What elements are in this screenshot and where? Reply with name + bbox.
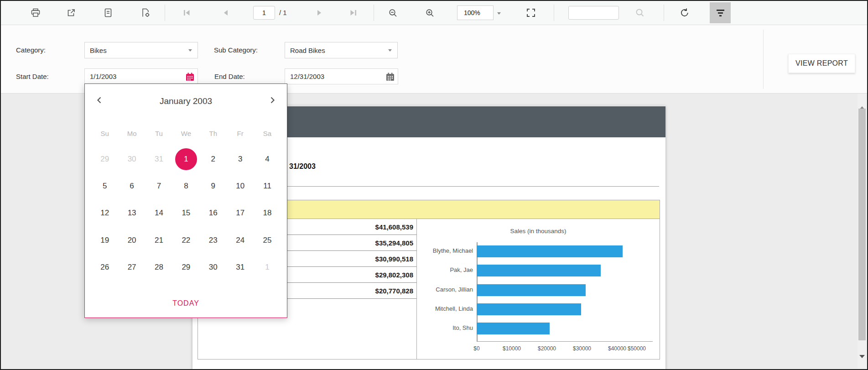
view-report-button[interactable]: VIEW REPORT [788,54,855,73]
refresh-button[interactable] [676,4,694,22]
calendar-day[interactable]: 3 [227,146,254,172]
scroll-down-button[interactable] [859,358,865,365]
next-page-icon [316,10,323,16]
category-label: Category: [16,46,46,54]
calendar-day[interactable]: 21 [146,227,172,254]
calendar-day[interactable]: 6 [118,172,145,199]
fit-to-page-button[interactable] [522,4,540,22]
toolbar-divider [554,5,554,21]
chevron-down-icon [497,12,501,15]
calendar-day[interactable]: 14 [146,200,172,227]
chart-bar [477,265,601,276]
calendar-day[interactable]: 12 [91,200,118,227]
calendar-day[interactable]: 11 [254,172,281,199]
previous-page-icon [222,10,229,16]
calendar-day[interactable]: 7 [146,172,172,199]
calendar-day-selected[interactable]: 1 [172,146,199,172]
calendar-day[interactable]: 16 [200,200,227,227]
end-date-input[interactable] [285,69,384,84]
calendar-day[interactable]: 22 [172,227,199,254]
calendar-month-title[interactable]: January 2003 [85,96,287,106]
chart-bar [477,284,586,296]
calendar-icon[interactable] [386,73,395,83]
calendar-day[interactable]: 31 [227,254,254,281]
calendar-day[interactable]: 24 [227,227,254,254]
calendar-day[interactable]: 18 [254,200,281,227]
calendar-day[interactable]: 4 [254,146,281,172]
calendar-day[interactable]: 1 [254,254,281,281]
calendar-day-header: We [172,130,199,137]
calendar-day[interactable]: 26 [91,254,118,281]
search-input[interactable] [568,6,619,20]
scrollbar-thumb[interactable] [858,109,866,340]
calendar-icon[interactable] [186,73,194,83]
calendar-day[interactable]: 10 [227,172,254,199]
toolbar: / 1 100% [0,0,868,25]
chart-category-label: Pak, Jae [417,266,473,275]
start-date-label: Start Date: [16,73,49,80]
document-gear-icon [141,8,150,17]
report-date-range-text: 31/2003 [289,162,316,171]
chart-category-label: Blythe, Michael [417,247,473,255]
today-button[interactable]: TODAY [85,299,287,307]
subcategory-label: Sub Category: [214,46,258,54]
sales-chart: Sales (in thousands) Blythe, MichaelPak,… [416,219,660,359]
subcategory-dropdown[interactable]: Road Bikes [285,42,398,58]
print-icon [31,8,41,17]
calendar-day[interactable]: 20 [118,227,145,254]
page-number-input[interactable] [253,6,275,20]
toolbar-divider [165,5,165,21]
calendar-day[interactable]: 28 [146,254,172,281]
chart-category-label: Carson, Jillian [417,286,473,294]
calendar-day[interactable]: 17 [227,200,254,227]
sales-value-cell: $30,990,518 [375,255,413,263]
calendar-day[interactable]: 8 [172,172,199,199]
start-date-input[interactable] [85,69,183,84]
calendar-day[interactable]: 15 [172,200,199,227]
calendar-day[interactable]: 23 [200,227,227,254]
calendar-day[interactable]: 13 [118,200,145,227]
chart-bar [477,323,550,334]
calendar-day[interactable]: 9 [200,172,227,199]
calendar-day[interactable]: 5 [91,172,118,199]
search-button[interactable] [631,4,649,22]
next-month-button[interactable] [268,96,276,105]
calendar-day[interactable]: 30 [118,146,145,172]
category-dropdown[interactable]: Bikes [84,42,198,58]
previous-page-button[interactable] [217,4,235,22]
chart-bar [477,245,623,257]
panel-divider [763,30,764,89]
category-value: Bikes [90,47,107,54]
zoom-in-button[interactable] [421,4,439,22]
start-date-field [84,68,198,84]
last-page-button[interactable] [344,4,362,22]
zoom-dropdown-button[interactable] [497,9,501,16]
export-button[interactable] [62,4,80,22]
calendar-day[interactable]: 2 [200,146,227,172]
first-page-button[interactable] [178,4,196,22]
calendar-day-header: Mo [118,130,145,137]
zoom-level-dropdown[interactable]: 100% [457,5,494,20]
calendar-day[interactable]: 25 [254,227,281,254]
vertical-scrollbar[interactable] [858,94,867,369]
calendar-day[interactable]: 19 [91,227,118,254]
calendar-day-header: Tu [146,130,172,137]
calendar-grid: 2930311234567891011121314151617181920212… [91,146,281,281]
calendar-day[interactable]: 30 [200,254,227,281]
scroll-up-button[interactable] [859,99,865,106]
chart-category-label: Mitchell, Linda [417,305,473,313]
parameters-toggle-button[interactable] [710,2,731,23]
calendar-day[interactable]: 29 [172,254,199,281]
calendar-day[interactable]: 29 [91,146,118,172]
print-layout-button[interactable] [99,4,117,22]
end-date-label: End Date: [214,73,245,80]
page-setup-button[interactable] [136,4,155,22]
calendar-day[interactable]: 27 [118,254,145,281]
page-total-label: / 1 [279,9,287,16]
sales-value-cell: $20,770,828 [375,287,413,295]
print-button[interactable] [26,4,45,22]
zoom-out-button[interactable] [384,4,402,22]
next-page-button[interactable] [310,4,328,22]
sales-value-cell: $35,294,805 [375,239,413,247]
calendar-day[interactable]: 31 [146,146,172,172]
